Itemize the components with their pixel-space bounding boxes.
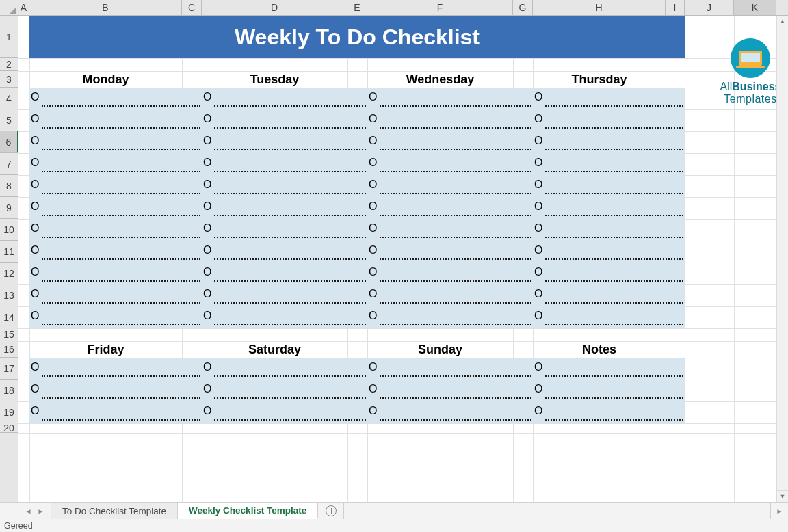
row-header-4[interactable]: 4 — [0, 88, 18, 109]
checklist-line[interactable] — [214, 258, 366, 260]
column-header-E[interactable]: E — [347, 0, 367, 15]
tab-nav-buttons[interactable]: ◄ ► — [18, 503, 51, 519]
checklist-line[interactable] — [545, 280, 683, 282]
checklist-line[interactable] — [42, 280, 200, 282]
new-sheet-button[interactable] — [318, 503, 344, 519]
row-header-10[interactable]: 10 — [0, 219, 18, 241]
checklist-line[interactable] — [42, 258, 200, 260]
checklist-line[interactable] — [42, 171, 200, 172]
checklist-line[interactable] — [42, 149, 200, 150]
checklist-line[interactable] — [545, 193, 683, 194]
checklist-line[interactable] — [214, 171, 366, 172]
row-header-13[interactable]: 13 — [0, 284, 18, 306]
checklist-line[interactable] — [214, 302, 366, 304]
checklist-line[interactable] — [214, 215, 366, 216]
checklist-line[interactable] — [214, 105, 366, 107]
checklist-line[interactable] — [380, 280, 531, 282]
scroll-down-button[interactable]: ▼ — [777, 490, 788, 502]
checklist-line[interactable] — [380, 193, 531, 194]
checklist-line[interactable] — [380, 127, 531, 129]
vertical-scrollbar[interactable]: ▲ ▼ — [776, 16, 788, 502]
row-header-3[interactable]: 3 — [0, 71, 18, 88]
checklist-line[interactable] — [545, 302, 683, 304]
column-header-G[interactable]: G — [513, 0, 533, 15]
bullet: O — [29, 310, 39, 321]
select-all-corner[interactable] — [0, 0, 18, 16]
checklist-line[interactable] — [42, 237, 200, 238]
checklist-line[interactable] — [214, 193, 366, 194]
checklist-line[interactable] — [380, 237, 531, 238]
row-header-19[interactable]: 19 — [0, 401, 18, 423]
bullet: O — [29, 245, 39, 256]
checklist-line[interactable] — [42, 419, 200, 421]
column-header-J[interactable]: J — [685, 0, 734, 15]
sheet-tab-weekly-checklist[interactable]: Weekly Checklist Template — [178, 503, 318, 520]
checklist-line[interactable] — [214, 375, 366, 377]
column-header-H[interactable]: H — [533, 0, 666, 15]
row-header-15[interactable]: 15 — [0, 328, 18, 341]
checklist-line[interactable] — [214, 397, 366, 399]
checklist-line[interactable] — [545, 375, 683, 377]
checklist-line[interactable] — [380, 105, 531, 107]
checklist-line[interactable] — [42, 397, 200, 399]
checklist-line[interactable] — [214, 280, 366, 282]
column-header-I[interactable]: I — [666, 0, 685, 15]
row-header-17[interactable]: 17 — [0, 358, 18, 380]
checklist-line[interactable] — [42, 375, 200, 377]
checklist-line[interactable] — [214, 149, 366, 150]
checklist-line[interactable] — [545, 237, 683, 238]
column-header-D[interactable]: D — [202, 0, 347, 15]
row-header-8[interactable]: 8 — [0, 175, 18, 197]
checklist-line[interactable] — [42, 105, 200, 107]
checklist-line[interactable] — [545, 397, 683, 399]
column-header-A[interactable]: A — [18, 0, 29, 15]
row-header-11[interactable]: 11 — [0, 241, 18, 263]
scroll-up-button[interactable]: ▲ — [777, 16, 788, 27]
checklist-line[interactable] — [214, 419, 366, 421]
row-header-2[interactable]: 2 — [0, 58, 18, 71]
worksheet-area[interactable]: Weekly To Do ChecklistMondayTuesdayWedne… — [18, 16, 788, 502]
checklist-line[interactable] — [380, 324, 531, 325]
scroll-right-button[interactable]: ► — [770, 503, 788, 520]
checklist-line[interactable] — [380, 149, 531, 150]
row-header-9[interactable]: 9 — [0, 197, 18, 219]
row-header-20[interactable]: 20 — [0, 423, 18, 433]
row-header-14[interactable]: 14 — [0, 306, 18, 328]
checklist-line[interactable] — [42, 127, 200, 129]
checklist-line[interactable] — [545, 171, 683, 172]
checklist-line[interactable] — [42, 302, 200, 304]
column-header-B[interactable]: B — [29, 0, 182, 15]
column-header-C[interactable]: C — [182, 0, 202, 15]
checklist-line[interactable] — [214, 237, 366, 238]
checklist-line[interactable] — [214, 127, 366, 129]
checklist-line[interactable] — [545, 105, 683, 107]
checklist-line[interactable] — [545, 127, 683, 129]
checklist-line[interactable] — [214, 324, 366, 325]
checklist-line[interactable] — [380, 215, 531, 216]
row-header-16[interactable]: 16 — [0, 341, 18, 358]
checklist-line[interactable] — [380, 258, 531, 260]
checklist-line[interactable] — [545, 258, 683, 260]
checklist-line[interactable] — [380, 171, 531, 172]
bullet: O — [29, 201, 39, 212]
row-header-1[interactable]: 1 — [0, 16, 18, 58]
column-header-F[interactable]: F — [367, 0, 513, 15]
checklist-line[interactable] — [380, 302, 531, 304]
row-header-12[interactable]: 12 — [0, 263, 18, 284]
row-header-7[interactable]: 7 — [0, 153, 18, 175]
sheet-tab-todo-checklist[interactable]: To Do Checklist Template — [51, 503, 178, 519]
checklist-line[interactable] — [545, 324, 683, 325]
checklist-line[interactable] — [380, 375, 531, 377]
checklist-line[interactable] — [42, 215, 200, 216]
checklist-line[interactable] — [545, 149, 683, 150]
row-header-6[interactable]: 6 — [0, 131, 18, 153]
checklist-line[interactable] — [42, 193, 200, 194]
checklist-line[interactable] — [380, 419, 531, 421]
checklist-line[interactable] — [42, 324, 200, 325]
row-header-18[interactable]: 18 — [0, 380, 18, 401]
checklist-line[interactable] — [545, 215, 683, 216]
row-header-5[interactable]: 5 — [0, 109, 18, 131]
checklist-line[interactable] — [380, 397, 531, 399]
checklist-line[interactable] — [545, 419, 683, 421]
column-header-K[interactable]: K — [734, 0, 776, 15]
